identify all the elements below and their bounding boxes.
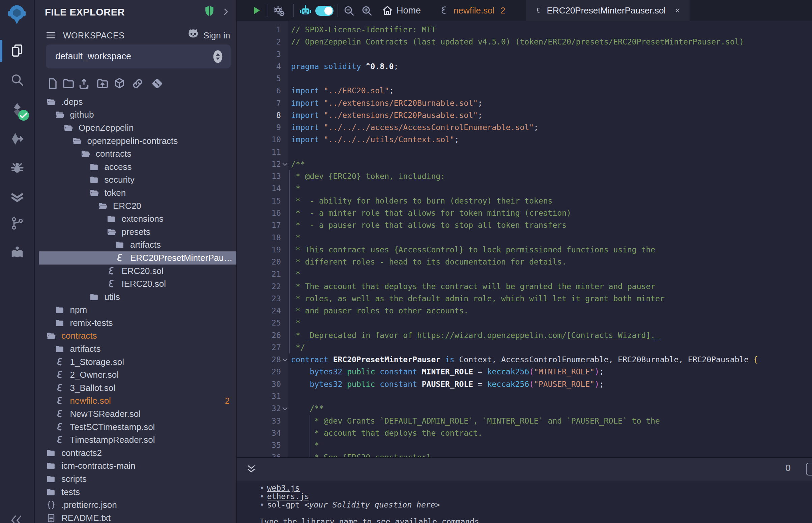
- tree-item-icm-contracts-main[interactable]: icm-contracts-main: [35, 459, 237, 473]
- import-url-icon[interactable]: [131, 77, 144, 90]
- code-line-26[interactable]: 26 * _Deprecated in favor of https://wiz…: [237, 329, 812, 341]
- remix-logo-icon[interactable]: [6, 3, 28, 26]
- tree-item-contracts[interactable]: contracts: [35, 329, 237, 343]
- new-file-icon[interactable]: [46, 77, 59, 90]
- code-line-30[interactable]: 30 bytes32 public constant PAUSER_ROLE =…: [237, 378, 812, 390]
- tree-item-token[interactable]: token: [35, 186, 237, 199]
- shield-icon[interactable]: [203, 5, 215, 18]
- close-tab-icon[interactable]: [674, 6, 681, 15]
- tree-item-security[interactable]: security: [35, 174, 237, 187]
- code-line-36[interactable]: 36 * See {ERC20-constructor}.: [237, 451, 812, 457]
- sidebar-item-solidity-compiler[interactable]: [0, 98, 34, 121]
- clone-git-icon[interactable]: [151, 77, 164, 90]
- code-line-16[interactable]: 16 * - a minter role that allows for tok…: [237, 207, 812, 219]
- home-tab-label[interactable]: Home: [396, 5, 421, 16]
- run-script-button[interactable]: [250, 5, 262, 16]
- code-line-4[interactable]: 4pragma solidity ^0.8.0;: [237, 60, 812, 72]
- terminal-link[interactable]: web3.js: [267, 484, 300, 492]
- tree-item-artifacts[interactable]: artifacts: [35, 239, 237, 252]
- code-line-8[interactable]: 8import "../extensions/ERC20Pausable.sol…: [237, 109, 812, 121]
- tree-item-timestampreader-sol[interactable]: TimestampReader.sol: [35, 433, 237, 447]
- tree-item-presets[interactable]: presets: [35, 226, 237, 239]
- tree-item-scripts[interactable]: scripts: [35, 472, 237, 486]
- fold-chevron-icon[interactable]: [281, 356, 289, 364]
- tab-newfile-sol[interactable]: newfile.sol 2: [439, 0, 505, 21]
- load-package-icon[interactable]: [113, 77, 126, 90]
- tree-item-contracts2[interactable]: contracts2: [35, 447, 237, 459]
- tree-item-github[interactable]: github: [35, 109, 237, 122]
- code-line-7[interactable]: 7import "../extensions/ERC20Burnable.sol…: [237, 97, 812, 109]
- ai-copilot-toggle[interactable]: [315, 6, 334, 16]
- tree-item-access[interactable]: access: [35, 160, 237, 174]
- tree-item-extensions[interactable]: extensions: [35, 212, 237, 226]
- code-line-5[interactable]: 5: [237, 72, 812, 85]
- tree-item-openzeppelin-contracts[interactable]: openzeppelin-contracts: [35, 134, 237, 148]
- code-line-35[interactable]: 35 *: [237, 439, 812, 451]
- sidebar-item-unit-testing[interactable]: [0, 185, 34, 209]
- tree-item--prettierrc-json[interactable]: .prettierrc.json: [35, 499, 237, 511]
- tab-erc20presetminterpauser-sol[interactable]: ERC20PresetMinterPauser.sol: [526, 0, 690, 21]
- code-line-31[interactable]: 31: [237, 390, 812, 402]
- tree-item-tests[interactable]: tests: [35, 486, 237, 499]
- code-line-21[interactable]: 21 *: [237, 268, 812, 280]
- code-editor[interactable]: 1// SPDX-License-Identifier: MIT2// Open…: [237, 21, 812, 457]
- code-line-20[interactable]: 20 * different roles - head to its docum…: [237, 256, 812, 268]
- tree-item-testsctimestamp-sol[interactable]: TestSCTimestamp.sol: [35, 420, 237, 434]
- tree-item-contracts[interactable]: contracts: [35, 147, 237, 160]
- tree-item-newfile-sol[interactable]: newfile.sol2: [35, 395, 237, 408]
- tree-item-2-owner-sol[interactable]: 2_Owner.sol: [35, 368, 237, 381]
- code-line-3[interactable]: 3: [237, 48, 812, 60]
- fold-chevron-icon[interactable]: [281, 405, 289, 413]
- sidebar-item-git[interactable]: [0, 212, 34, 235]
- github-icon[interactable]: [187, 28, 200, 41]
- code-line-2[interactable]: 2// OpenZeppelin Contracts (last updated…: [237, 36, 812, 48]
- tree-item-erc20[interactable]: ERC20: [35, 199, 237, 213]
- code-line-32[interactable]: 32 /**: [237, 402, 812, 414]
- sidebar-item-deploy-run[interactable]: [0, 127, 34, 151]
- code-line-29[interactable]: 29 bytes32 public constant MINTER_ROLE =…: [237, 366, 812, 378]
- code-line-33[interactable]: 33 * @dev Grants `DEFAULT_ADMIN_ROLE`, `…: [237, 415, 812, 427]
- terminal-link[interactable]: ethers.js: [267, 492, 309, 501]
- tree-item-artifacts[interactable]: artifacts: [35, 342, 237, 356]
- code-line-9[interactable]: 9import "../../../access/AccessControlEn…: [237, 121, 812, 133]
- code-line-25[interactable]: 25 *: [237, 317, 812, 329]
- new-folder-icon[interactable]: [62, 77, 75, 90]
- code-line-28[interactable]: 28contract ERC20PresetMinterPauser is Co…: [237, 354, 812, 366]
- tree-item-npm[interactable]: npm: [35, 304, 237, 317]
- code-line-13[interactable]: 13 * @dev {ERC20} token, including:: [237, 170, 812, 182]
- tree-item-openzeppelin[interactable]: OpenZeppelin: [35, 121, 237, 134]
- code-line-18[interactable]: 18 *: [237, 232, 812, 244]
- collapse-sidebar-icon[interactable]: [9, 513, 23, 523]
- code-line-1[interactable]: 1// SPDX-License-Identifier: MIT: [237, 23, 812, 36]
- sidebar-item-learneth[interactable]: [0, 241, 34, 265]
- code-line-24[interactable]: 24 * and pauser roles to other accounts.: [237, 305, 812, 317]
- tree-item-erc20-sol[interactable]: ERC20.sol: [35, 265, 237, 278]
- upload-file-icon[interactable]: [77, 77, 91, 90]
- sidebar-item-search[interactable]: [0, 68, 34, 92]
- zoom-out-icon[interactable]: [342, 4, 355, 17]
- chevron-right-icon[interactable]: [221, 7, 231, 17]
- tree-item-utils[interactable]: utils: [35, 290, 237, 304]
- code-line-34[interactable]: 34 * account that deploys the contract.: [237, 427, 812, 439]
- code-line-11[interactable]: 11: [237, 146, 812, 158]
- sidebar-item-file-explorer[interactable]: [0, 39, 34, 62]
- code-line-23[interactable]: 23 * roles, as well as the default admin…: [237, 292, 812, 305]
- tree-item-3-ballot-sol[interactable]: 3_Ballot.sol: [35, 381, 237, 395]
- upload-folder-icon[interactable]: [96, 77, 109, 90]
- sidebar-item-debugger[interactable]: [0, 156, 34, 180]
- tree-item-erc20presetminterpauser-[interactable]: ERC20PresetMinterPauser...: [39, 251, 236, 265]
- workspaces-menu-icon[interactable]: [45, 29, 57, 41]
- zoom-in-icon[interactable]: [360, 4, 373, 17]
- tree-item--deps[interactable]: .deps: [35, 95, 237, 109]
- workspace-select[interactable]: default_workspace: [46, 44, 231, 68]
- code-line-15[interactable]: 15 * - ability for holders to burn (dest…: [237, 195, 812, 207]
- sign-in-button[interactable]: Sign in: [203, 30, 230, 41]
- tree-item-remix-tests[interactable]: remix-tests: [35, 317, 237, 329]
- fold-chevron-icon[interactable]: [281, 160, 289, 168]
- tree-item-newtsreader-sol[interactable]: NewTSReader.sol: [35, 408, 237, 420]
- tree-item-ierc20-sol[interactable]: IERC20.sol: [35, 277, 237, 290]
- home-icon[interactable]: [382, 4, 393, 17]
- tree-item-readme-txt[interactable]: README.txt: [35, 511, 237, 523]
- script-config-gears-icon[interactable]: [272, 4, 286, 18]
- code-line-19[interactable]: 19 * This contract uses {AccessControl} …: [237, 244, 812, 256]
